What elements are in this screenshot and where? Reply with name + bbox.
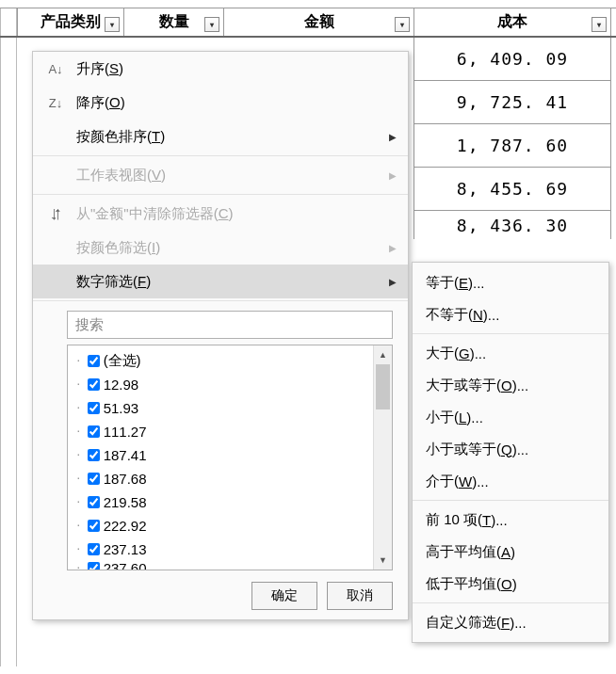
nf-below-avg[interactable]: 低于平均值(O) [413, 568, 608, 600]
cell-value: 9, 725. 41 [457, 92, 568, 112]
checkbox[interactable] [88, 449, 100, 461]
nf-top10[interactable]: 前 10 项(T)... [413, 504, 608, 536]
checkbox[interactable] [88, 543, 100, 555]
menu-separator [33, 300, 408, 301]
row-header-gutter [0, 8, 17, 666]
header-cost: 成本 ▾ [413, 8, 611, 36]
menu-separator [413, 333, 608, 334]
nf-above-avg[interactable]: 高于平均值(A) [413, 536, 608, 568]
sort-asc-icon: A↓ [46, 62, 65, 76]
cancel-button[interactable]: 取消 [327, 582, 393, 610]
list-item[interactable]: ·237.60 [72, 561, 369, 570]
filter-values-scroll[interactable]: ·(全选) ·12.98 ·51.93 ·111.27 ·187.41 ·187… [68, 345, 373, 570]
filter-buttons: 确定 取消 [33, 582, 393, 610]
list-item-label: 222.92 [104, 518, 147, 534]
checkbox[interactable] [88, 562, 100, 570]
scroll-track[interactable] [374, 364, 392, 551]
sort-descending[interactable]: Z↓ 降序(O) [33, 86, 408, 120]
checkbox[interactable] [88, 402, 100, 414]
number-filter-submenu: 等于(E)... 不等于(N)... 大于(G)... 大于或等于(O)... … [412, 262, 609, 643]
table-cell[interactable]: 8, 455. 69 [413, 168, 611, 211]
cell-value: 6, 409. 09 [457, 49, 568, 69]
list-item-label: 187.68 [104, 471, 147, 487]
menu-separator [33, 194, 408, 195]
list-item-label: 237.13 [104, 541, 147, 557]
spreadsheet-table: 产品类别 ▾ 数量 ▾ 金额 ▾ 成本 ▾ [0, 8, 616, 38]
header-label: 数量 [159, 12, 189, 32]
table-cell[interactable]: 8, 436. 30 [413, 211, 611, 239]
nf-equals[interactable]: 等于(E)... [413, 266, 608, 298]
list-item[interactable]: ·12.98 [72, 373, 369, 396]
scroll-up-icon[interactable]: ▲ [374, 345, 392, 364]
scrollbar[interactable]: ▲ ▼ [373, 345, 392, 570]
list-item[interactable]: ·187.68 [72, 467, 369, 490]
list-item-label: 12.98 [104, 377, 139, 393]
sheet-view: 工作表视图(V) [33, 158, 408, 192]
list-item-label: 237.60 [104, 561, 147, 570]
checkbox[interactable] [88, 425, 100, 438]
filter-dropdown-icon[interactable]: ▾ [204, 17, 219, 32]
clear-filter-icon: ⮃ [46, 207, 65, 221]
list-item-label: 187.41 [104, 447, 147, 463]
search-placeholder: 搜索 [75, 316, 104, 334]
sort-by-color[interactable]: 按颜色排序(T) [33, 120, 408, 153]
header-quantity: 数量 ▾ [123, 8, 223, 36]
cell-value: 1, 787. 60 [457, 136, 568, 155]
row-header-cell [0, 8, 17, 36]
menu-separator [413, 500, 608, 501]
nf-less[interactable]: 小于(L)... [413, 401, 608, 433]
table-cell[interactable]: 1, 787. 60 [413, 124, 611, 168]
filter-values-list: ·(全选) ·12.98 ·51.93 ·111.27 ·187.41 ·187… [67, 345, 393, 570]
header-label: 产品类别 [41, 12, 101, 32]
checkbox[interactable] [88, 473, 100, 485]
menu-separator [413, 602, 608, 603]
header-label: 成本 [497, 12, 527, 32]
table-cell[interactable]: 9, 725. 41 [413, 81, 611, 124]
nf-custom[interactable]: 自定义筛选(F)... [413, 606, 608, 638]
list-item[interactable]: ·222.92 [72, 514, 369, 538]
list-item[interactable]: ·(全选) [72, 349, 369, 373]
nf-greater[interactable]: 大于(G)... [413, 337, 608, 369]
list-item[interactable]: ·219.58 [72, 490, 369, 514]
checkbox[interactable] [88, 496, 100, 508]
filter-dropdown-icon[interactable]: ▾ [592, 17, 607, 32]
list-item-label: 219.58 [104, 494, 147, 510]
header-product-category: 产品类别 ▾ [17, 8, 123, 36]
clear-filter: ⮃ 从"金额"中清除筛选器(C) [33, 197, 408, 231]
nf-between[interactable]: 介于(W)... [413, 465, 608, 497]
nf-less-equal[interactable]: 小于或等于(Q)... [413, 433, 608, 465]
table-cell[interactable]: 6, 409. 09 [413, 38, 611, 81]
checkbox[interactable] [88, 355, 100, 367]
list-item[interactable]: ·237.13 [72, 538, 369, 561]
list-item-label: 111.27 [104, 424, 147, 440]
filter-dropdown-icon[interactable]: ▾ [395, 17, 410, 32]
filter-search-input[interactable]: 搜索 [67, 311, 393, 339]
list-item[interactable]: ·111.27 [72, 420, 369, 443]
menu-separator [33, 155, 408, 156]
cost-column-body: 6, 409. 09 9, 725. 41 1, 787. 60 8, 455.… [413, 38, 611, 239]
list-item[interactable]: ·187.41 [72, 443, 369, 467]
ok-button[interactable]: 确定 [251, 582, 317, 610]
autofilter-menu: A↓ 升序(S) Z↓ 降序(O) 按颜色排序(T) 工作表视图(V) ⮃ 从"… [32, 51, 409, 620]
scroll-thumb[interactable] [376, 364, 390, 409]
list-item[interactable]: ·51.93 [72, 396, 369, 420]
header-label: 金额 [304, 12, 334, 32]
number-filter[interactable]: 数字筛选(F) [33, 265, 408, 298]
sort-desc-icon: Z↓ [46, 96, 65, 110]
list-item-label: (全选) [104, 352, 141, 370]
cell-value: 8, 436. 30 [457, 216, 568, 235]
sort-ascending[interactable]: A↓ 升序(S) [33, 52, 408, 86]
cell-value: 8, 455. 69 [457, 179, 568, 199]
nf-greater-equal[interactable]: 大于或等于(O)... [413, 369, 608, 401]
checkbox[interactable] [88, 378, 100, 391]
header-amount: 金额 ▾ [223, 8, 413, 36]
list-item-label: 51.93 [104, 400, 139, 416]
header-row: 产品类别 ▾ 数量 ▾ 金额 ▾ 成本 ▾ [0, 8, 616, 38]
scroll-down-icon[interactable]: ▼ [374, 551, 392, 570]
checkbox[interactable] [88, 520, 100, 532]
nf-not-equal[interactable]: 不等于(N)... [413, 298, 608, 330]
filter-by-color: 按颜色筛选(I) [33, 231, 408, 265]
filter-dropdown-icon[interactable]: ▾ [105, 17, 120, 32]
